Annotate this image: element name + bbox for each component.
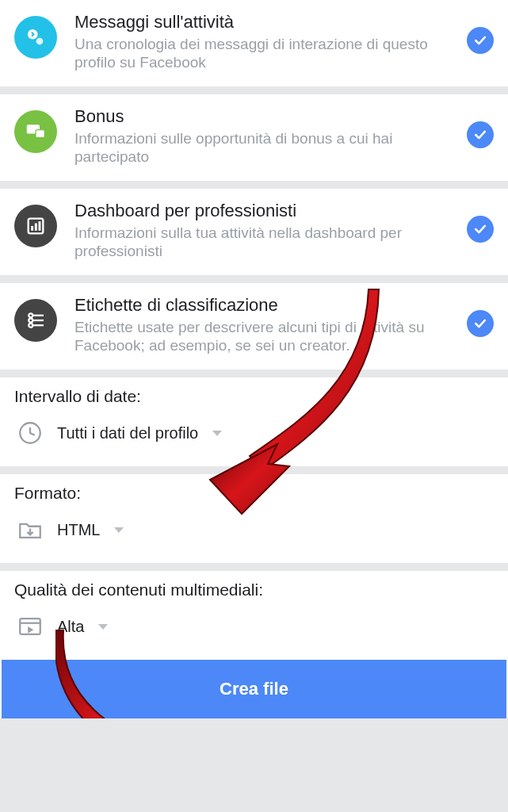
checkbox-row-classification-labels[interactable]: Etichette di classificazione Etichette u… [0, 283, 508, 370]
format-section: Formato: HTML [0, 474, 508, 563]
checked-icon[interactable] [467, 310, 494, 337]
media-quality-value: Alta [57, 618, 84, 636]
chevron-down-icon [98, 624, 108, 630]
row-title: Dashboard per professionisti [74, 200, 459, 222]
row-title: Messaggi sull'attività [74, 11, 459, 33]
svg-rect-6 [35, 224, 37, 231]
date-range-label: Intervallo di date: [14, 387, 494, 406]
row-desc: Una cronologia dei messaggi di interazio… [74, 35, 459, 73]
row-desc: Informazioni sulle opportunità di bonus … [74, 129, 459, 167]
media-quality-select[interactable]: Alta [14, 607, 494, 645]
checkbox-row-professional-dashboard[interactable]: Dashboard per professionisti Informazion… [0, 189, 508, 275]
svg-point-8 [29, 313, 32, 317]
clock-icon [14, 417, 46, 449]
svg-rect-7 [39, 221, 41, 231]
activity-icon [14, 16, 57, 59]
row-title: Etichette di classificazione [74, 294, 459, 316]
format-value: HTML [57, 521, 100, 539]
svg-rect-15 [20, 619, 40, 634]
format-select[interactable]: HTML [14, 511, 494, 549]
chevron-down-icon [114, 527, 124, 533]
svg-point-12 [29, 324, 32, 327]
date-range-section: Intervallo di date: Tutti i dati del pro… [0, 377, 508, 466]
devices-icon [14, 110, 57, 153]
labels-icon [14, 299, 57, 342]
svg-rect-5 [31, 226, 33, 231]
download-folder-icon [14, 514, 46, 546]
checked-icon[interactable] [467, 121, 494, 148]
row-title: Bonus [74, 105, 459, 128]
date-range-select[interactable]: Tutti i dati del profilo [14, 414, 494, 452]
svg-point-10 [29, 319, 32, 323]
chevron-down-icon [212, 431, 222, 436]
create-file-button[interactable]: Crea file [2, 660, 506, 718]
footer: Crea file [0, 660, 508, 718]
checkbox-row-activity-messages[interactable]: Messaggi sull'attività Una cronologia de… [0, 0, 508, 86]
row-desc: Informazioni sulla tua attività nella da… [74, 224, 459, 262]
row-desc: Etichette usate per descrivere alcuni ti… [74, 318, 459, 356]
checkbox-row-bonus[interactable]: Bonus Informazioni sulle opportunità di … [0, 94, 508, 181]
format-label: Formato: [14, 484, 494, 503]
svg-rect-3 [36, 130, 44, 138]
dashboard-icon [14, 205, 57, 247]
media-icon [14, 611, 46, 642]
checked-icon[interactable] [467, 216, 494, 243]
date-range-value: Tutti i dati del profilo [57, 424, 198, 442]
svg-point-1 [36, 38, 44, 45]
media-quality-label: Qualità dei contenuti multimediali: [14, 580, 494, 599]
checked-icon[interactable] [467, 27, 494, 54]
media-quality-section: Qualità dei contenuti multimediali: Alta [0, 571, 508, 660]
